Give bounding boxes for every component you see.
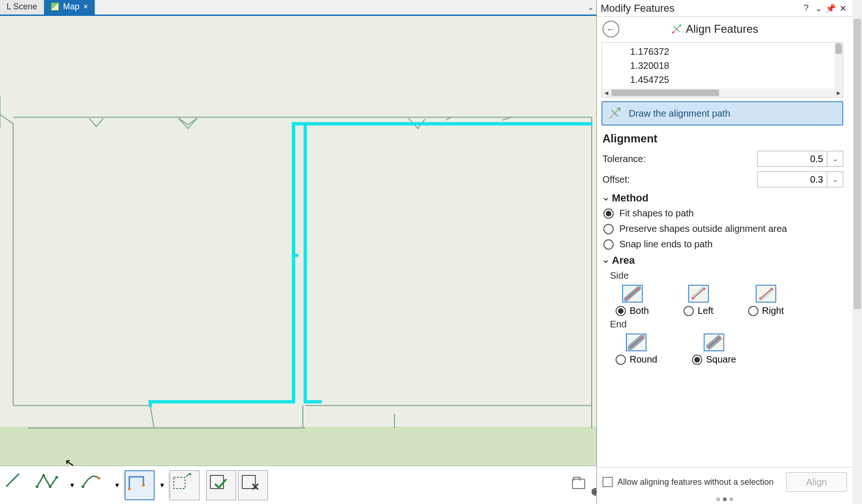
svg-point-9 bbox=[128, 488, 131, 490]
drawing-toolbar: ▾ ▾ ▾ bbox=[0, 466, 596, 504]
feature-list[interactable]: 1.176372 1.320018 1.454725 ▲ ▼ ◀ ▶ bbox=[602, 42, 843, 97]
allow-without-selection-label: Allow aligning features without a select… bbox=[617, 477, 781, 487]
hscroll-thumb[interactable] bbox=[611, 89, 719, 96]
svg-point-10 bbox=[142, 484, 145, 487]
outer-scroll-thumb[interactable] bbox=[854, 19, 861, 309]
method-expander[interactable]: Method bbox=[602, 192, 848, 204]
app-root: L Scene Map × ⌄ bbox=[0, 0, 862, 504]
svg-point-6 bbox=[55, 476, 58, 479]
tool-line[interactable] bbox=[3, 470, 33, 500]
svg-point-5 bbox=[49, 485, 52, 488]
tool-arc-dropdown[interactable]: ▾ bbox=[111, 470, 123, 500]
list-item[interactable]: 1.320018 bbox=[630, 59, 838, 73]
side-options: Both Left Right bbox=[616, 285, 848, 316]
svg-point-30 bbox=[641, 337, 643, 339]
options-dropdown[interactable]: ⌄ bbox=[812, 2, 825, 15]
radio-icon bbox=[603, 239, 614, 250]
svg-line-19 bbox=[626, 288, 639, 299]
panel-outer-scrollbar[interactable] bbox=[853, 0, 862, 504]
svg-point-16 bbox=[679, 24, 681, 26]
tool-polyline-dropdown[interactable]: ▾ bbox=[67, 470, 78, 500]
feature-list-items: 1.176372 1.320018 1.454725 bbox=[602, 43, 843, 89]
tool-arc[interactable] bbox=[80, 470, 110, 500]
list-item[interactable]: 1.454725 bbox=[630, 73, 838, 87]
svg-rect-11 bbox=[174, 477, 185, 489]
view-tabbar: L Scene Map × ⌄ bbox=[0, 0, 596, 16]
radio-icon bbox=[748, 306, 758, 316]
tool-header: ← Align Features bbox=[597, 17, 853, 42]
svg-point-7 bbox=[82, 485, 84, 488]
side-option-right[interactable]: Right bbox=[748, 285, 784, 316]
align-button[interactable]: Align bbox=[786, 472, 847, 492]
end-square-icon bbox=[704, 334, 724, 351]
tool-rectangle[interactable] bbox=[170, 470, 200, 500]
offset-row: Offset: ⌄ bbox=[602, 171, 843, 187]
side-both-icon bbox=[622, 285, 643, 303]
svg-line-2 bbox=[6, 474, 19, 487]
tool-trace-dropdown[interactable]: ▾ bbox=[156, 470, 168, 500]
map-view[interactable]: ↖ ▾ ▾ ▾ bbox=[0, 16, 596, 504]
svg-point-21 bbox=[637, 288, 639, 290]
list-item[interactable]: 1.176372 bbox=[630, 44, 838, 59]
catalog-button[interactable] bbox=[572, 479, 594, 492]
end-label: End bbox=[610, 319, 848, 330]
svg-point-3 bbox=[36, 485, 38, 488]
end-option-round[interactable]: Round bbox=[616, 334, 657, 365]
end-option-square[interactable]: Square bbox=[692, 334, 736, 365]
tool-trace[interactable] bbox=[125, 470, 155, 500]
method-option-fit[interactable]: Fit shapes to path bbox=[603, 208, 848, 219]
tool-polyline[interactable] bbox=[35, 470, 65, 500]
tab-scene-label: L Scene bbox=[7, 2, 37, 12]
map-pane: L Scene Map × ⌄ bbox=[0, 0, 596, 504]
area-expander[interactable]: Area bbox=[602, 254, 848, 267]
help-button[interactable]: ? bbox=[800, 2, 812, 15]
close-panel-button[interactable]: ✕ bbox=[837, 2, 849, 15]
map-canvas bbox=[0, 16, 596, 504]
radio-icon bbox=[616, 306, 626, 316]
svg-line-25 bbox=[759, 288, 773, 299]
side-option-both[interactable]: Both bbox=[616, 285, 649, 316]
pin-button[interactable]: 📌 bbox=[825, 2, 837, 15]
offset-unit-dropdown[interactable]: ⌄ bbox=[827, 171, 843, 187]
align-features-icon bbox=[671, 23, 682, 35]
svg-point-26 bbox=[759, 297, 761, 300]
tab-scene[interactable]: L Scene bbox=[0, 0, 44, 15]
back-button[interactable]: ← bbox=[602, 21, 619, 37]
svg-line-32 bbox=[707, 337, 721, 348]
draw-alignment-path-label: Draw the alignment path bbox=[629, 108, 730, 119]
tool-cancel[interactable] bbox=[238, 470, 268, 500]
close-icon[interactable]: × bbox=[83, 2, 88, 12]
panel-header: Modify Features ? ⌄ 📌 ✕ bbox=[597, 0, 853, 17]
svg-rect-0 bbox=[0, 35, 596, 485]
offset-input[interactable] bbox=[757, 171, 827, 187]
draw-alignment-path-button[interactable]: Draw the alignment path bbox=[602, 101, 843, 126]
tolerance-input[interactable] bbox=[757, 151, 827, 167]
scroll-thumb[interactable] bbox=[835, 44, 842, 54]
svg-point-23 bbox=[691, 297, 694, 300]
scroll-left-icon[interactable]: ◀ bbox=[602, 89, 610, 97]
end-options: Round Square bbox=[616, 334, 848, 365]
svg-point-33 bbox=[719, 337, 721, 339]
allow-without-selection-checkbox[interactable] bbox=[602, 477, 613, 487]
method-option-preserve[interactable]: Preserve shapes outside alignment area bbox=[603, 223, 848, 234]
svg-point-27 bbox=[770, 288, 773, 290]
svg-point-20 bbox=[625, 297, 628, 300]
page-dots[interactable] bbox=[597, 496, 853, 504]
tool-title-row: Align Features bbox=[671, 22, 758, 36]
svg-point-8 bbox=[97, 477, 100, 480]
method-option-snap[interactable]: Snap line ends to path bbox=[603, 239, 848, 250]
radio-icon bbox=[684, 306, 694, 316]
method-option-label: Fit shapes to path bbox=[619, 208, 694, 219]
method-option-label: Preserve shapes outside alignment area bbox=[619, 223, 787, 234]
side-option-left[interactable]: Left bbox=[684, 285, 713, 316]
panel-title: Modify Features bbox=[601, 2, 800, 15]
list-hscroll[interactable]: ◀ ▶ bbox=[602, 89, 843, 97]
tab-map[interactable]: Map × bbox=[44, 0, 95, 15]
scroll-right-icon[interactable]: ▶ bbox=[834, 89, 843, 97]
tolerance-unit-dropdown[interactable]: ⌄ bbox=[827, 151, 843, 167]
tool-finish[interactable] bbox=[206, 470, 236, 500]
alignment-heading: Alignment bbox=[602, 132, 848, 145]
tabbar-dropdown[interactable]: ⌄ bbox=[584, 0, 596, 15]
tool-title: Align Features bbox=[686, 22, 758, 36]
tab-map-label: Map bbox=[63, 2, 79, 12]
